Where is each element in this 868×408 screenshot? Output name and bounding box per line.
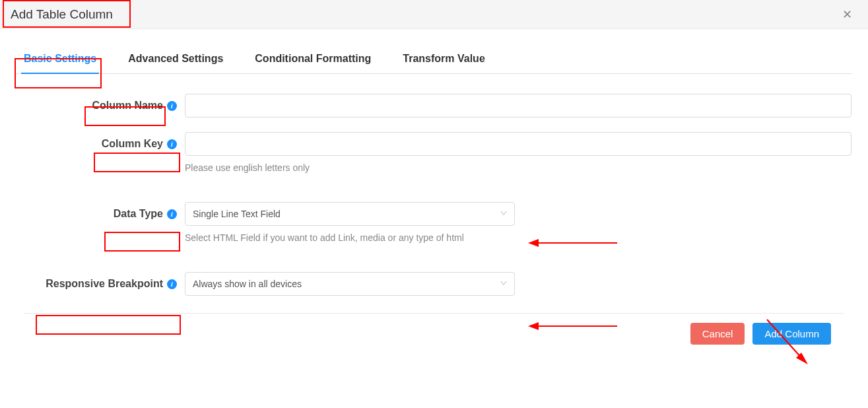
label-data-type-text: Data Type: [114, 208, 163, 220]
form-basic-settings: Column Name i Column Key i Please use en…: [16, 74, 852, 296]
tabs: Basic Settings Advanced Settings Conditi…: [16, 48, 852, 74]
row-data-type: Data Type i Single Line Text Field Selec…: [16, 202, 852, 243]
dialog-header: Add Table Column ✕: [0, 0, 868, 29]
column-key-input[interactable]: [185, 132, 851, 156]
label-column-key: Column Key i: [16, 132, 185, 156]
info-icon[interactable]: i: [167, 279, 177, 289]
tab-conditional-formatting[interactable]: Conditional Formatting: [252, 48, 374, 74]
info-icon[interactable]: i: [167, 101, 177, 111]
label-responsive-breakpoint: Responsive Breakpoint i: [16, 272, 185, 296]
responsive-selected: Always show in all devices: [193, 279, 302, 289]
row-responsive-breakpoint: Responsive Breakpoint i Always show in a…: [16, 272, 852, 296]
label-column-key-text: Column Key: [102, 138, 163, 150]
cancel-button[interactable]: Cancel: [690, 323, 745, 345]
label-column-name: Column Name i: [16, 94, 185, 118]
data-type-select[interactable]: Single Line Text Field: [185, 202, 515, 226]
svg-marker-5: [796, 353, 808, 364]
row-column-key: Column Key i Please use english letters …: [16, 132, 852, 173]
row-column-name: Column Name i: [16, 94, 852, 118]
add-column-button[interactable]: Add Column: [752, 323, 831, 345]
data-type-help: Select HTML Field if you want to add Lin…: [185, 232, 515, 243]
tab-advanced-settings[interactable]: Advanced Settings: [125, 48, 226, 74]
close-icon[interactable]: ✕: [837, 5, 857, 24]
dialog-content: Basic Settings Advanced Settings Conditi…: [0, 29, 868, 354]
dialog-footer: Cancel Add Column: [24, 313, 844, 354]
info-icon[interactable]: i: [167, 139, 177, 149]
label-responsive-text: Responsive Breakpoint: [46, 278, 163, 290]
column-name-input[interactable]: [185, 94, 851, 118]
label-data-type: Data Type i: [16, 202, 185, 226]
column-key-help: Please use english letters only: [185, 162, 851, 173]
label-column-name-text: Column Name: [92, 100, 163, 112]
tab-transform-value[interactable]: Transform Value: [400, 48, 488, 74]
data-type-selected: Single Line Text Field: [193, 209, 281, 219]
dialog-title: Add Table Column: [11, 7, 113, 22]
responsive-select[interactable]: Always show in all devices: [185, 272, 515, 296]
tab-basic-settings[interactable]: Basic Settings: [21, 48, 99, 74]
info-icon[interactable]: i: [167, 209, 177, 219]
